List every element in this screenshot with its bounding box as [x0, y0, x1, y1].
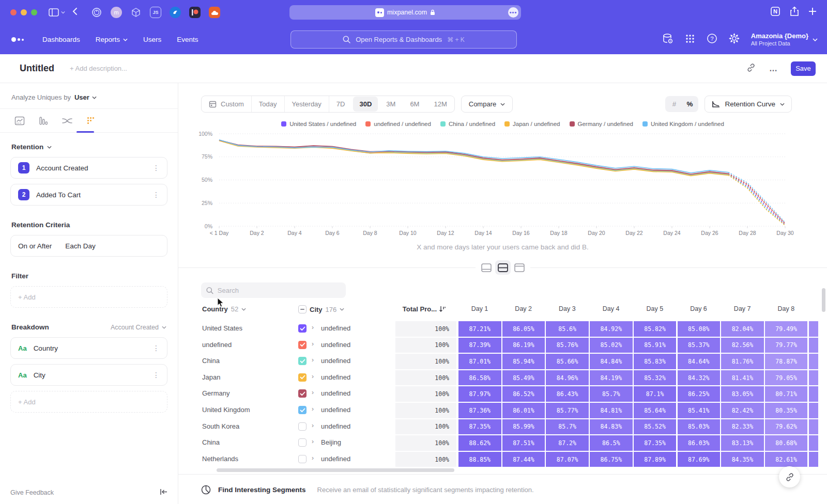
retention-cell[interactable]: 85.66%: [546, 354, 589, 369]
row-checkbox[interactable]: [298, 341, 307, 349]
city-column-header[interactable]: City 176: [298, 305, 344, 313]
new-tab-icon[interactable]: [808, 7, 817, 18]
expand-row-icon[interactable]: ›: [312, 422, 314, 429]
retention-cell[interactable]: 86.43%: [546, 386, 589, 402]
retention-cell[interactable]: 87.97%: [458, 386, 501, 402]
retention-cell[interactable]: 87.01%: [458, 354, 501, 369]
expand-row-icon[interactable]: ›: [312, 373, 314, 380]
table-search-input[interactable]: [218, 287, 341, 294]
expand-row-icon[interactable]: ›: [312, 340, 314, 348]
range-today[interactable]: Today: [252, 96, 285, 112]
data-management-icon[interactable]: [662, 33, 673, 46]
range-yesterday[interactable]: Yesterday: [285, 96, 329, 112]
retention-cell[interactable]: 79.77%: [765, 338, 808, 353]
nav-item-users[interactable]: Users: [143, 36, 161, 43]
retention-cell[interactable]: 87.51%: [502, 435, 545, 451]
retention-cell[interactable]: 88.62%: [458, 435, 501, 451]
row-checkbox[interactable]: [298, 357, 307, 365]
tab-retention-icon[interactable]: [85, 115, 97, 127]
view-chart-only-button[interactable]: [479, 260, 494, 275]
tab-flows-icon[interactable]: [61, 115, 73, 127]
retention-section-header[interactable]: Retention: [0, 133, 178, 157]
total-column-header[interactable]: Total Pro...: [387, 305, 437, 313]
retention-cell[interactable]: 78.87%: [765, 354, 808, 369]
retention-cell[interactable]: 86.58%: [458, 370, 501, 386]
criteria-on-or-after[interactable]: On or After: [18, 242, 52, 250]
retention-cell[interactable]: 87.35%: [458, 419, 501, 435]
unit-number-button[interactable]: #: [666, 97, 682, 111]
retention-cell[interactable]: 79.49%: [765, 321, 808, 337]
retention-cell[interactable]: 85.37%: [678, 338, 721, 353]
row-checkbox[interactable]: [298, 324, 307, 333]
mixpanel-logo-icon[interactable]: [11, 37, 24, 42]
step-b-card[interactable]: 2 Added To Cart: [10, 184, 167, 206]
retention-cell[interactable]: 84.19%: [590, 370, 633, 386]
add-filter-button[interactable]: + Add: [10, 286, 167, 308]
retention-cell[interactable]: 86.5%: [590, 435, 633, 451]
retention-cell[interactable]: 87.36%: [458, 403, 501, 418]
window-controls[interactable]: [10, 9, 37, 15]
retention-cell[interactable]: 84.64%: [678, 354, 721, 369]
table-row[interactable]: Netherlands›undefined100%88.85%87.44%87.…: [178, 451, 827, 468]
criteria-each-day[interactable]: Each Day: [65, 242, 96, 250]
retention-cell[interactable]: 81.76%: [721, 354, 764, 369]
retention-cell[interactable]: 85.64%: [634, 403, 677, 418]
view-split-button[interactable]: [495, 260, 511, 275]
retention-cell[interactable]: 86.25%: [678, 386, 721, 402]
range-12m[interactable]: 12M: [426, 96, 454, 112]
onepassword-icon[interactable]: [91, 7, 102, 18]
retention-cell[interactable]: 85.91%: [634, 338, 677, 353]
retention-cell[interactable]: 87.39%: [458, 338, 501, 353]
expand-row-icon[interactable]: ›: [312, 438, 314, 445]
more-options-icon[interactable]: …: [769, 64, 777, 73]
project-switcher[interactable]: Amazonia {Demo} All Project Data: [751, 32, 818, 48]
address-bar[interactable]: mixpanel.com •••: [289, 5, 521, 20]
back-icon[interactable]: [72, 7, 78, 18]
retention-cell[interactable]: 85.7%: [546, 419, 589, 435]
retention-cell[interactable]: 85.77%: [546, 403, 589, 418]
page-options-icon[interactable]: •••: [508, 7, 518, 18]
share-icon[interactable]: [790, 6, 799, 19]
range-30d[interactable]: 30D: [353, 97, 378, 112]
vertical-scrollbar[interactable]: [822, 288, 825, 312]
retention-cell[interactable]: 85.02%: [590, 338, 633, 353]
unit-percent-button[interactable]: %: [682, 97, 697, 111]
legend-item[interactable]: undefined / undefined: [365, 121, 431, 127]
legend-item[interactable]: China / undefined: [440, 121, 495, 127]
kebab-menu-icon[interactable]: [152, 374, 160, 376]
day-column-header[interactable]: Day 6: [678, 305, 720, 312]
breakdown-event-select[interactable]: Account Created: [111, 324, 166, 331]
legend-item[interactable]: United States / undefined: [281, 121, 356, 127]
retention-cell[interactable]: 85.03%: [678, 419, 721, 435]
copy-link-icon[interactable]: [746, 63, 756, 74]
retention-cell[interactable]: 87.89%: [634, 452, 677, 467]
retention-cell[interactable]: 84.32%: [678, 370, 721, 386]
retention-line-chart[interactable]: 0%25%50%75%100%< 1 DayDay 2Day 4Day 6Day…: [178, 130, 826, 242]
table-row[interactable]: Japan›undefined100%86.58%85.49%84.96%84.…: [178, 370, 827, 386]
retention-cell[interactable]: 85.7%: [590, 386, 633, 402]
patreon-icon[interactable]: [189, 7, 201, 18]
horizontal-scrollbar[interactable]: [217, 468, 454, 472]
table-row[interactable]: Germany›undefined100%87.97%86.52%86.43%8…: [178, 386, 827, 402]
table-row[interactable]: South Korea›undefined100%87.35%85.99%85.…: [178, 419, 827, 435]
bird-icon[interactable]: [170, 7, 181, 18]
range-custom[interactable]: Custom: [202, 96, 252, 112]
retention-cell[interactable]: 87.07%: [546, 452, 589, 467]
row-checkbox[interactable]: [298, 373, 307, 382]
table-row[interactable]: undefined›undefined100%87.39%86.19%85.76…: [178, 337, 827, 354]
sort-descending-icon[interactable]: [439, 305, 446, 312]
retention-cell[interactable]: 86.01%: [502, 403, 545, 418]
retention-cell[interactable]: 85.41%: [678, 403, 721, 418]
kebab-menu-icon[interactable]: [152, 194, 160, 196]
breakdown-city-card[interactable]: Aa City: [10, 364, 167, 386]
row-checkbox[interactable]: [298, 422, 307, 431]
sidebar-toggle-icon[interactable]: [49, 8, 65, 17]
table-row[interactable]: United Kingdom›undefined100%87.36%86.01%…: [178, 402, 827, 419]
retention-cell[interactable]: 86.75%: [590, 452, 633, 467]
retention-cell[interactable]: 85.08%: [678, 321, 721, 337]
expand-row-icon[interactable]: ›: [312, 405, 314, 413]
retention-cell[interactable]: 81.41%: [721, 370, 764, 386]
breakdown-country-card[interactable]: Aa Country: [10, 337, 167, 359]
retention-cell[interactable]: 88.85%: [458, 452, 501, 467]
cloud-icon[interactable]: [209, 7, 220, 18]
